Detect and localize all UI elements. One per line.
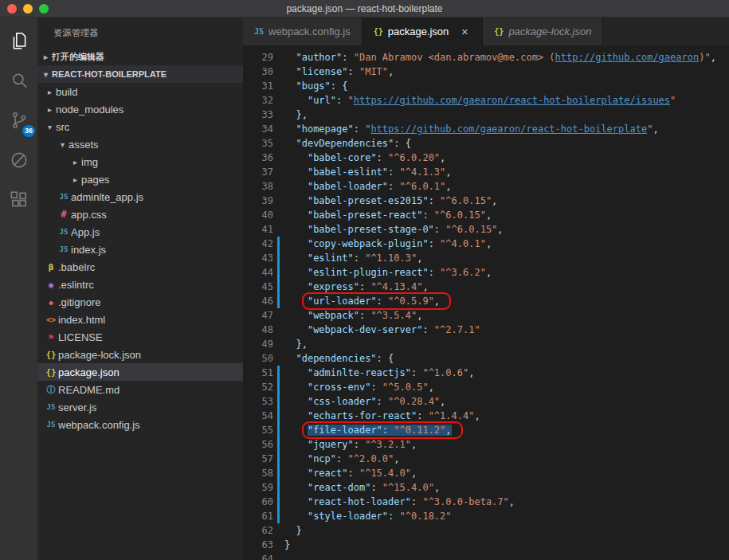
code-text[interactable]: "adminlte-reactjs": "^1.0.6", — [284, 366, 729, 380]
code-text[interactable]: }, — [284, 337, 729, 351]
code-line[interactable]: 58 "react": "^15.4.0", — [243, 466, 729, 480]
code-link[interactable]: https://github.com/gaearon/react-hot-boi… — [370, 123, 647, 135]
code-editor[interactable]: 29 "author": "Dan Abramov <dan.abramov@m… — [243, 45, 729, 560]
tree-item-app-css[interactable]: #app.css — [37, 206, 243, 223]
open-editors-section-header[interactable]: ▸ 打开的编辑器 — [37, 48, 243, 65]
code-text[interactable]: "file-loader": "^0.11.2", — [284, 423, 729, 437]
code-line[interactable]: 53 "css-loader": "^0.28.4", — [243, 394, 729, 409]
tree-item-img[interactable]: ▸img — [37, 153, 243, 170]
code-text[interactable]: "babel-loader": "^6.0.1", — [284, 179, 729, 194]
code-line[interactable]: 31 "bugs": { — [243, 79, 729, 93]
search-icon[interactable] — [0, 61, 37, 100]
code-text[interactable]: "homepage": "https://github.com/gaearon/… — [284, 122, 729, 136]
tree-item-readme-md[interactable]: ⓘREADME.md — [37, 381, 243, 398]
chevron-right-icon[interactable]: ▸ — [69, 158, 81, 166]
tree-item-package-lock-json[interactable]: {}package-lock.json — [37, 346, 243, 363]
code-text[interactable]: "eslint-plugin-react": "^3.6.2", — [284, 265, 729, 280]
code-text[interactable]: "jquery": "^3.2.1", — [284, 437, 729, 452]
project-section-header[interactable]: ▾ REACT-HOT-BOILERPLATE — [37, 65, 243, 83]
tree-item--eslintrc[interactable]: ◉.eslintrc — [37, 276, 243, 293]
code-line[interactable]: 34 "homepage": "https://github.com/gaear… — [243, 122, 729, 136]
code-text[interactable]: } — [284, 523, 729, 538]
code-text[interactable]: "copy-webpack-plugin": "^4.0.1", — [284, 237, 729, 251]
source-control-icon[interactable]: 36 — [0, 100, 37, 140]
code-text[interactable]: "webpack": "^3.5.4", — [284, 308, 729, 323]
tree-item-node-modules[interactable]: ▸node_modules — [37, 100, 243, 118]
code-text[interactable]: "license": "MIT", — [284, 65, 729, 79]
code-line[interactable]: 39 "babel-preset-es2015": "^6.0.15", — [243, 194, 729, 208]
code-link[interactable]: http://github.com/gaearon — [555, 52, 700, 63]
code-line[interactable]: 63} — [243, 538, 729, 552]
code-line[interactable]: 42 "copy-webpack-plugin": "^4.0.1", — [243, 237, 729, 251]
code-text[interactable]: "css-loader": "^0.28.4", — [284, 394, 729, 409]
code-text[interactable]: } — [284, 538, 729, 552]
tab-webpack-config-js[interactable]: JSwebpack.config.js — [243, 18, 363, 45]
tree-item-package-json[interactable]: {}package.json — [37, 363, 243, 381]
code-text[interactable]: "babel-eslint": "^4.1.3", — [284, 165, 729, 179]
code-line[interactable]: 64 — [243, 552, 729, 560]
chevron-right-icon[interactable]: ▸ — [44, 105, 56, 114]
code-line[interactable]: 43 "eslint": "^1.10.3", — [243, 251, 729, 265]
tree-item-index-js[interactable]: JSindex.js — [37, 241, 243, 258]
code-line[interactable]: 52 "cross-env": "^5.0.5", — [243, 380, 729, 394]
code-line[interactable]: 44 "eslint-plugin-react": "^3.6.2", — [243, 265, 729, 280]
tree-item-adminlte-app-js[interactable]: JSadminlte_app.js — [37, 188, 243, 206]
code-text[interactable]: "dependencies": { — [284, 351, 729, 366]
code-line[interactable]: 51 "adminlte-reactjs": "^1.0.6", — [243, 366, 729, 380]
tree-item-assets[interactable]: ▾assets — [37, 135, 243, 153]
code-link[interactable]: https://github.com/gaearon/react-hot-boi… — [354, 95, 670, 106]
chevron-down-icon[interactable]: ▾ — [57, 140, 69, 149]
tree-item-index-html[interactable]: <>index.html — [37, 311, 243, 328]
chevron-right-icon[interactable]: ▸ — [44, 88, 56, 96]
chevron-down-icon[interactable]: ▾ — [44, 123, 56, 131]
tab-package-lock-json[interactable]: {}package-lock.json — [483, 18, 603, 45]
code-text[interactable]: "babel-preset-react": "^6.0.15", — [284, 208, 729, 222]
explorer-icon[interactable] — [0, 21, 37, 61]
code-text[interactable]: "cross-env": "^5.0.5", — [284, 380, 729, 394]
tree-item-src[interactable]: ▾src — [37, 118, 243, 135]
code-line[interactable]: 41 "babel-preset-stage-0": "^6.0.15", — [243, 222, 729, 237]
code-line[interactable]: 50 "dependencies": { — [243, 351, 729, 366]
tab-close-icon[interactable]: × — [458, 25, 471, 38]
code-line[interactable]: 48 "webpack-dev-server": "^2.7.1" — [243, 323, 729, 337]
code-line[interactable]: 32 "url": "https://github.com/gaearon/re… — [243, 93, 729, 108]
code-line[interactable]: 33 }, — [243, 108, 729, 122]
code-text[interactable]: "babel-core": "^6.0.20", — [284, 151, 729, 165]
code-text[interactable]: "webpack-dev-server": "^2.7.1" — [284, 323, 729, 337]
code-text[interactable]: "author": "Dan Abramov <dan.abramov@me.c… — [284, 50, 729, 65]
extensions-icon[interactable] — [0, 180, 37, 220]
chevron-right-icon[interactable]: ▸ — [69, 175, 81, 184]
tab-package-json[interactable]: {}package.json× — [363, 18, 484, 45]
tree-item--babelrc[interactable]: β.babelrc — [37, 258, 243, 276]
code-line[interactable]: 61 "style-loader": "^0.18.2" — [243, 509, 729, 523]
tree-item--gitignore[interactable]: ◆.gitignore — [37, 293, 243, 311]
code-line[interactable]: 49 }, — [243, 337, 729, 351]
code-line[interactable]: 37 "babel-eslint": "^4.1.3", — [243, 165, 729, 179]
code-text[interactable]: "devDependencies": { — [284, 136, 729, 151]
code-text[interactable]: }, — [284, 108, 729, 122]
code-text[interactable] — [284, 552, 729, 560]
code-text[interactable]: "style-loader": "^0.18.2" — [284, 509, 729, 523]
tree-item-license[interactable]: ⚑LICENSE — [37, 328, 243, 346]
code-line[interactable]: 47 "webpack": "^3.5.4", — [243, 308, 729, 323]
debug-icon[interactable] — [0, 140, 37, 180]
tree-item-server-js[interactable]: JSserver.js — [37, 398, 243, 416]
code-line[interactable]: 59 "react-dom": "^15.4.0", — [243, 480, 729, 495]
code-line[interactable]: 38 "babel-loader": "^6.0.1", — [243, 179, 729, 194]
code-line[interactable]: 62 } — [243, 523, 729, 538]
code-line[interactable]: 46 "url-loader": "^0.5.9", — [243, 294, 729, 308]
code-line[interactable]: 36 "babel-core": "^6.0.20", — [243, 151, 729, 165]
tree-item-pages[interactable]: ▸pages — [37, 170, 243, 188]
code-text[interactable]: "babel-preset-stage-0": "^6.0.15", — [284, 222, 729, 237]
code-line[interactable]: 30 "license": "MIT", — [243, 65, 729, 79]
code-line[interactable]: 35 "devDependencies": { — [243, 136, 729, 151]
tree-item-webpack-config-js[interactable]: JSwebpack.config.js — [37, 416, 243, 433]
code-line[interactable]: 56 "jquery": "^3.2.1", — [243, 437, 729, 452]
code-line[interactable]: 29 "author": "Dan Abramov <dan.abramov@m… — [243, 50, 729, 65]
code-line[interactable]: 55 "file-loader": "^0.11.2", — [243, 423, 729, 437]
code-text[interactable]: "babel-preset-es2015": "^6.0.15", — [284, 194, 729, 208]
code-text[interactable]: "url-loader": "^0.5.9", — [284, 294, 729, 308]
tree-item-build[interactable]: ▸build — [37, 83, 243, 100]
code-text[interactable]: "ncp": "^2.0.0", — [284, 452, 729, 466]
code-text[interactable]: "bugs": { — [284, 79, 729, 93]
